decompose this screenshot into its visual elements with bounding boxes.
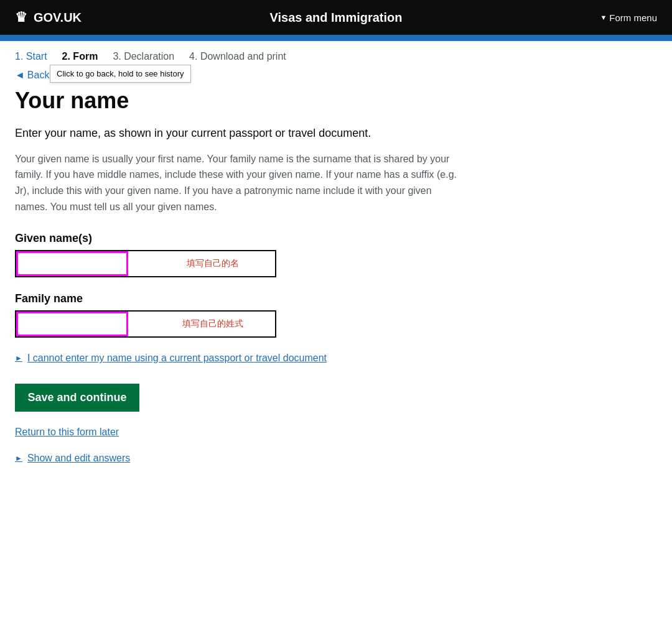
step-start[interactable]: 1. Start [15, 51, 47, 62]
show-edit-arrow-icon: ► [15, 454, 22, 463]
details-arrow-icon: ► [15, 354, 22, 363]
page-subtitle: Enter your name, as shown in your curren… [15, 126, 458, 141]
family-name-group: Family name 填写自己的姓式 [15, 292, 458, 338]
steps-nav: 1. Start 2. Form 3. Declaration 4. Downl… [0, 41, 672, 62]
page-description: Your given name is usually your first na… [15, 151, 458, 215]
save-continue-button[interactable]: Save and continue [15, 384, 139, 412]
page-title: Your name [15, 88, 458, 113]
form-menu-label: Form menu [609, 12, 657, 23]
gov-uk-logo: ♛ GOV.UK [15, 9, 82, 25]
details-link-text: I cannot enter my name using a current p… [27, 353, 327, 364]
show-edit-label: Show and edit answers [27, 453, 130, 464]
crown-icon: ♛ [15, 9, 27, 25]
given-name-input-wrapper: 填写自己的名 [15, 250, 276, 277]
back-arrow-icon: ◄ [15, 70, 25, 81]
given-name-hint: 填写自己的名 [151, 258, 275, 269]
step-form: 2. Form [62, 51, 98, 62]
return-link[interactable]: Return to this form later [15, 427, 458, 438]
family-name-input-wrapper: 填写自己的姓式 [15, 310, 276, 338]
progress-bar [0, 35, 672, 41]
given-name-input[interactable] [16, 251, 151, 276]
given-name-group: Given name(s) 填写自己的名 [15, 232, 458, 277]
step-declaration: 3. Declaration [113, 51, 174, 62]
logo-text: GOV.UK [34, 11, 82, 25]
site-header: ♛ GOV.UK Visas and Immigration Form menu [0, 0, 672, 35]
header-title: Visas and Immigration [269, 11, 402, 25]
main-content: Your name Enter your name, as shown in y… [0, 88, 473, 489]
family-name-label: Family name [15, 292, 458, 305]
given-name-label: Given name(s) [15, 232, 458, 245]
show-edit-answers[interactable]: ► Show and edit answers [15, 453, 458, 464]
family-name-hint: 填写自己的姓式 [151, 318, 275, 330]
back-label: Back [27, 70, 50, 81]
back-tooltip: Click to go back, hold to see history [50, 65, 191, 83]
step-download: 4. Download and print [189, 51, 286, 62]
form-menu-button[interactable]: Form menu [600, 12, 657, 23]
family-name-input[interactable] [16, 312, 151, 336]
cannot-enter-name-details[interactable]: ► I cannot enter my name using a current… [15, 353, 458, 364]
